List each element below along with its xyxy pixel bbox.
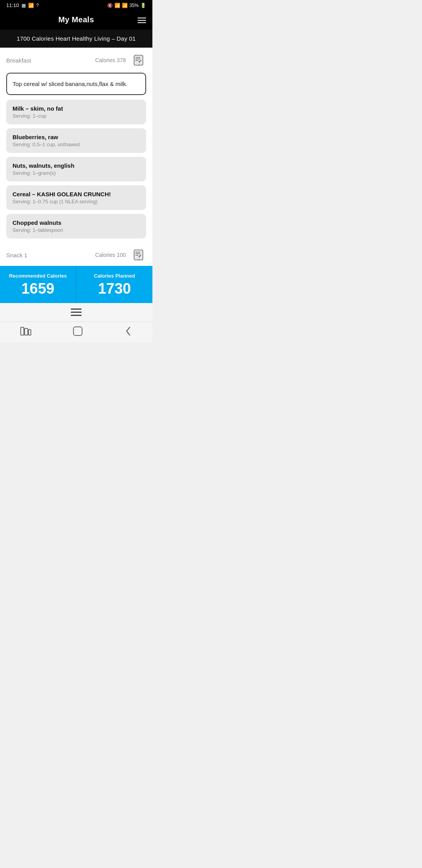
food-item-name: Blueberries, raw [13,134,140,140]
planned-calories-value: 1730 [81,281,148,296]
battery-percent: 35% [129,3,139,8]
status-time-area: 11:10 ▦ 📶 ? [6,2,39,8]
food-item[interactable]: Nuts, walnuts, englishServing: 1–gram(s) [6,157,146,181]
svg-rect-14 [29,330,31,335]
sim-icon: ▦ [21,3,26,8]
back-button[interactable] [124,326,132,337]
svg-rect-8 [135,253,140,254]
food-item-name: Nuts, walnuts, english [13,162,140,169]
signal-icon: 📶 [122,3,128,8]
svg-rect-7 [135,252,140,253]
food-item-serving: Serving: 1–0.75 cup (1 NLEA serving) [13,199,140,204]
call-icon: 📶 [28,3,34,8]
svg-rect-13 [25,328,28,335]
recommended-calories-value: 1659 [5,281,71,296]
svg-rect-0 [134,55,143,65]
recent-apps-button[interactable] [20,327,31,335]
svg-rect-9 [135,255,138,256]
food-item-serving: Serving: 1–cup [13,113,140,119]
food-item-serving: Serving: 1–tablespoon [13,227,140,233]
stats-bar: Recommended Calories 1659 Calories Plann… [0,266,152,303]
food-item-name: Chopped walnuts [13,219,140,226]
food-item[interactable]: Blueberries, rawServing: 0.5–1 cup, unth… [6,128,146,153]
breakfast-label: Breakfast [6,57,31,64]
food-item-name: Cereal – KASHI GOLEAN CRUNCH! [13,191,140,197]
hamburger-bottom-button[interactable] [71,308,82,316]
snack1-header: Snack 1 Calories 100 [0,242,152,266]
snack1-right: Calories 100 [95,248,146,262]
svg-rect-12 [21,327,24,335]
breakfast-right: Calories 378 [95,53,146,67]
status-time: 11:10 [6,2,19,8]
status-right-area: 🔇 📶 📶 35% 🔋 [107,3,146,8]
snack1-label: Snack 1 [6,252,27,258]
breakfast-food-list: Milk – skim, no fatServing: 1–cupBlueber… [0,100,152,239]
food-item-name: Milk – skim, no fat [13,105,140,112]
food-item[interactable]: Milk – skim, no fatServing: 1–cup [6,100,146,124]
breakfast-calories: Calories 378 [95,57,126,63]
breakfast-edit-button[interactable] [132,53,146,67]
svg-rect-2 [135,59,140,59]
food-item[interactable]: Chopped walnutsServing: 1–tablespoon [6,214,146,239]
status-bar: 11:10 ▦ 📶 ? 🔇 📶 📶 35% 🔋 [0,0,152,11]
snack1-edit-button[interactable] [132,248,146,262]
svg-rect-6 [134,250,143,260]
breakfast-header: Breakfast Calories 378 [0,48,152,71]
svg-rect-3 [135,60,138,61]
svg-rect-1 [135,57,140,58]
top-bar: My Meals [0,11,152,30]
svg-rect-15 [73,327,82,335]
breakfast-instructions: Top cereal w/ sliced banana,nuts,flax & … [6,73,146,95]
food-item-serving: Serving: 1–gram(s) [13,170,140,176]
food-item-serving: Serving: 0.5–1 cup, unthawed [13,142,140,147]
app-title: My Meals [58,15,94,24]
planned-calories-label: Calories Planned [81,273,148,279]
snack1-calories: Calories 100 [95,252,126,258]
battery-icon: 🔋 [140,3,146,8]
question-icon: ? [36,3,39,8]
home-button[interactable] [72,326,83,337]
plan-subtitle: 1700 Calories Heart Healthy Living – Day… [0,30,152,48]
menu-button[interactable] [138,18,146,23]
mute-icon: 🔇 [107,3,113,8]
main-content: Breakfast Calories 378 [0,48,152,266]
nav-bar [0,321,152,342]
recommended-calories-cell: Recommended Calories 1659 [0,266,77,303]
wifi-icon: 📶 [114,3,120,8]
food-item[interactable]: Cereal – KASHI GOLEAN CRUNCH!Serving: 1–… [6,185,146,210]
recommended-calories-label: Recommended Calories [5,273,71,279]
menu-bar [0,303,152,321]
planned-calories-cell: Calories Planned 1730 [77,266,152,303]
